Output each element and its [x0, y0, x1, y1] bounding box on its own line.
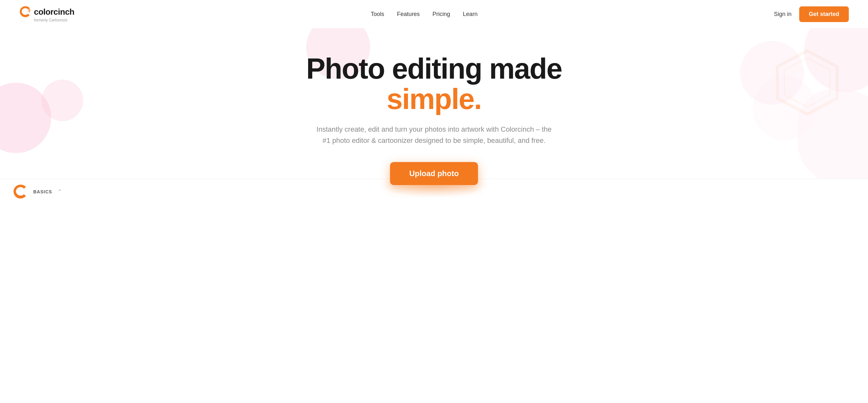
nav-tools[interactable]: Tools: [371, 11, 384, 17]
nav-pricing[interactable]: Pricing: [433, 11, 450, 17]
logo-subtitle: formerly Cartoonize: [34, 18, 74, 22]
hero-subtitle: Instantly create, edit and turn your pho…: [316, 124, 553, 146]
hero-title-highlight: simple.: [386, 83, 481, 115]
sign-in-link[interactable]: Sign in: [774, 11, 792, 18]
hero-title: Photo editing made simple.: [258, 54, 610, 114]
nav-right: Sign in Get started: [774, 6, 849, 22]
nav-links: Tools Features Pricing Learn: [371, 11, 478, 18]
colorcinch-logo-icon: [19, 6, 31, 18]
get-started-button[interactable]: Get started: [799, 6, 849, 22]
logo-name: colorcinch: [34, 7, 74, 17]
blob-left-small: [41, 79, 83, 121]
nav-learn[interactable]: Learn: [463, 11, 478, 17]
hero-section: Photo editing made simple. Instantly cre…: [0, 28, 868, 204]
nav-features[interactable]: Features: [397, 11, 420, 17]
navbar: colorcinch formerly Cartoonize Tools Fea…: [0, 0, 868, 28]
chevron-up-icon[interactable]: ⌃: [57, 188, 62, 195]
hero-content: Photo editing made simple. Instantly cre…: [258, 54, 610, 185]
logo-area[interactable]: colorcinch formerly Cartoonize: [19, 6, 74, 22]
hex-decoration: [772, 47, 842, 117]
bottom-bar-label: BASICS: [33, 189, 52, 194]
upload-photo-button[interactable]: Upload photo: [390, 162, 478, 185]
hero-title-part1: Photo editing made: [306, 53, 562, 85]
upload-btn-wrapper: Upload photo: [390, 162, 478, 185]
bottom-bar-logo-icon: [13, 184, 28, 199]
